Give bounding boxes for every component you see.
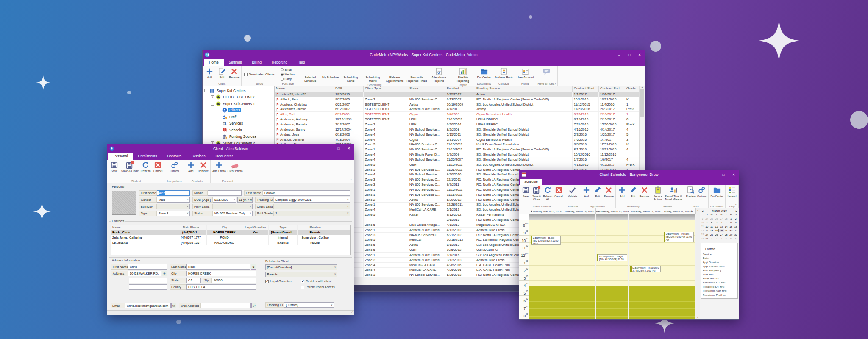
contacts-column-city[interactable]: City bbox=[207, 225, 243, 230]
day-header-tuesday[interactable]: Tuesday, March 19, 2019 bbox=[562, 208, 595, 214]
mini-calendar-day[interactable]: 11 bbox=[709, 225, 714, 228]
expander-icon[interactable]: - bbox=[204, 89, 208, 92]
payroll-time-travel-mileage-button[interactable]: Payroll Time & Travel Mileage bbox=[664, 186, 683, 201]
tab-enrollments[interactable]: Enrollments bbox=[133, 153, 162, 160]
appointment[interactable]: D.Barrymore - P.Frank [BID:90R] 9:30 AM-… bbox=[664, 232, 694, 242]
day-header-monday[interactable]: ◀Monday, March 18, 2019 bbox=[529, 208, 562, 214]
allday-cell[interactable] bbox=[596, 214, 629, 220]
tree-item-office-use-only[interactable]: +OFFICE USE ONLY bbox=[203, 94, 274, 101]
scroll-down-icon[interactable]: ▼ bbox=[697, 316, 699, 319]
family-language-select[interactable] bbox=[213, 204, 253, 209]
schedule-title-bar[interactable]: Client Schedule - Barrymore, Drew – □ ✕ bbox=[519, 170, 739, 179]
column-header-funding-source[interactable]: Funding Source bbox=[475, 86, 573, 92]
maximize-button[interactable]: □ bbox=[718, 170, 729, 179]
doccenter-button[interactable]: DocCenter bbox=[476, 67, 492, 80]
mini-calendar-day[interactable]: 20 bbox=[719, 229, 723, 232]
scheduling-genie-button[interactable]: Scheduling Genie bbox=[339, 67, 362, 83]
mini-calendar-day[interactable]: 6 bbox=[719, 221, 723, 224]
collapse-ribbon-icon[interactable]: ⌃ bbox=[350, 179, 352, 182]
addr-first-name-field[interactable]: Chris bbox=[128, 264, 167, 270]
legend-button[interactable]: Legend bbox=[726, 186, 737, 198]
mini-calendar-day[interactable]: 5 bbox=[714, 221, 719, 224]
column-header-contract-start[interactable]: Contract Start bbox=[573, 86, 599, 92]
mini-calendar-day[interactable]: 30 bbox=[733, 233, 738, 236]
remove-button[interactable]: Remove bbox=[639, 186, 650, 198]
addr-city-field[interactable]: HORSE CREEK bbox=[186, 271, 256, 276]
day-header-wednesday[interactable]: Wednesday, March 20, 2019 bbox=[596, 208, 629, 214]
close-button[interactable]: ✕ bbox=[344, 144, 354, 153]
mini-calendar-day[interactable]: 24 bbox=[704, 233, 709, 236]
selected-schedule-button[interactable]: Selected Schedule bbox=[299, 67, 321, 83]
appointment[interactable]: D.Barrymore - B.Idol [BID-LAUSD:60R] 10:… bbox=[531, 236, 561, 245]
reconcile-reported-times-button[interactable]: Reconcile Reported Times bbox=[406, 67, 428, 83]
clear-photo-button[interactable]: Clear Photo bbox=[227, 161, 244, 173]
release-appointments-button[interactable]: Release Appointments bbox=[384, 67, 406, 83]
contact-row[interactable]: Le, Jessica(446)526-1267PALO CEDROExtern… bbox=[111, 240, 350, 245]
mini-calendar-day[interactable]: 6 bbox=[733, 237, 738, 240]
expander-icon[interactable]: + bbox=[211, 95, 214, 99]
mini-calendar-day[interactable]: 13 bbox=[719, 225, 723, 228]
preview-button[interactable]: Preview bbox=[685, 186, 696, 198]
minimize-button[interactable]: – bbox=[614, 50, 624, 59]
mini-calendar-day[interactable]: 8 bbox=[729, 221, 733, 224]
tab-doccenter[interactable]: DocCenter bbox=[211, 153, 238, 160]
add-button[interactable]: Add bbox=[617, 186, 628, 198]
table-row[interactable]: Andres, Jose6/18/2003Zone 4NA-School Ser… bbox=[275, 132, 639, 137]
contacts-column-relation[interactable]: Relation bbox=[298, 225, 334, 230]
mini-calendar-day[interactable]: 2 bbox=[714, 237, 719, 240]
tab-help[interactable]: Help bbox=[292, 59, 310, 66]
gender-select[interactable]: Male bbox=[157, 197, 190, 203]
status-select[interactable]: NA-605 Services Only bbox=[213, 211, 253, 216]
checkbox-parent-portal-access[interactable]: Parent Portal Access bbox=[301, 285, 342, 289]
mini-calendar-day[interactable]: 2 bbox=[733, 217, 738, 220]
mini-calendar-day[interactable]: 15 bbox=[729, 225, 733, 228]
remove-button[interactable]: Remove bbox=[603, 186, 615, 198]
attendance-reports-button[interactable]: Attendance Reports bbox=[428, 67, 450, 83]
calendar-scrollbar[interactable]: ▲ ▼ bbox=[696, 208, 700, 319]
map-icon[interactable]: ☉ bbox=[162, 271, 167, 276]
day-column[interactable] bbox=[562, 220, 595, 319]
mini-calendar-day[interactable]: 4 bbox=[724, 237, 729, 240]
dob-field[interactable]: 8/16/2007 bbox=[213, 197, 236, 203]
checkbox-terminated-clients[interactable]: Terminated Clients bbox=[244, 72, 275, 76]
flexible-reporting-button[interactable]: Flexible Reporting bbox=[452, 67, 474, 83]
column-header-client-type[interactable]: Client Type bbox=[364, 86, 408, 92]
relation-type-select[interactable]: [Parent/Guardian] bbox=[265, 264, 337, 270]
allday-cell[interactable] bbox=[562, 214, 595, 220]
maximize-button[interactable]: □ bbox=[624, 50, 634, 59]
open-web-icon[interactable]: ☍ bbox=[251, 303, 256, 308]
radio-large[interactable]: Large bbox=[281, 77, 296, 81]
addr-state-field[interactable]: CA bbox=[186, 278, 201, 283]
contact-row[interactable]: Zeta-Jones, Catherine(446)577-1777PONDIn… bbox=[111, 235, 350, 240]
email-field[interactable]: Chris.Rock@cmguardian.com bbox=[125, 303, 171, 308]
day-column[interactable]: D.Barrymore - P.Frank [BID:90R] 9:30 AM-… bbox=[662, 220, 696, 319]
contract-tab[interactable]: Contract bbox=[703, 247, 718, 251]
addr-zip-field[interactable]: 96050 bbox=[212, 278, 256, 283]
tab-personal[interactable]: Personal bbox=[108, 153, 133, 160]
table-row[interactable]: Aniston, Jennifer7/18/2004Zone 4Cigna5/3… bbox=[275, 137, 639, 142]
mini-calendar-day[interactable]: 10 bbox=[704, 225, 709, 228]
column-header-dob[interactable]: DOB bbox=[334, 86, 364, 92]
save-button[interactable]: Save bbox=[520, 186, 531, 198]
table-row[interactable]: Alexander, Jaimie6/12/2007SGTESTCLIENTAn… bbox=[275, 107, 639, 112]
scheduling-matrix-button[interactable]: Scheduling Matrix bbox=[362, 67, 384, 83]
next-week-icon[interactable]: ▶ bbox=[691, 210, 693, 212]
addr-last-name-field[interactable]: Rock bbox=[186, 264, 250, 270]
edit-button[interactable]: Edit bbox=[592, 186, 603, 198]
remove-button[interactable]: Remove bbox=[228, 67, 240, 80]
day-column[interactable]: D.Barrymore - R.Downey Jr. [BID:60R] 2:0… bbox=[629, 220, 662, 319]
resize-grip-icon[interactable]: ⋰ bbox=[350, 311, 353, 314]
minimize-button[interactable]: – bbox=[708, 170, 718, 179]
close-button[interactable]: ✕ bbox=[634, 50, 645, 59]
mini-calendar-day[interactable]: 17 bbox=[704, 229, 709, 232]
tree-item-staff[interactable]: aStaff bbox=[203, 114, 274, 120]
contacts-column-legal-guardian[interactable]: Legal Guardian bbox=[242, 225, 269, 230]
client-title-bar[interactable]: Client - Alec Baldwin – □ ✕ bbox=[107, 144, 354, 153]
close-button[interactable]: ✕ bbox=[729, 170, 739, 179]
allday-cell[interactable] bbox=[629, 214, 662, 220]
column-header-status[interactable]: Status bbox=[408, 86, 445, 92]
next-month-icon[interactable]: ▶ bbox=[736, 210, 737, 212]
web-address-field[interactable] bbox=[201, 303, 251, 308]
mini-calendar-day[interactable]: 23 bbox=[733, 229, 738, 232]
add-button[interactable]: Add bbox=[185, 161, 197, 173]
